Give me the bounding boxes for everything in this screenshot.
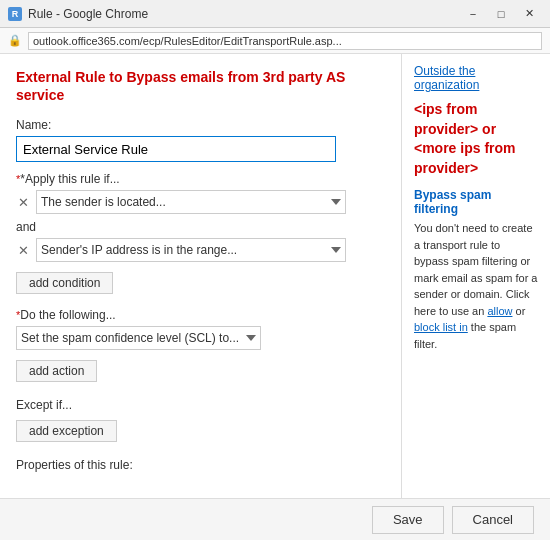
browser-icon: R bbox=[8, 7, 22, 21]
close-button[interactable]: ✕ bbox=[516, 4, 542, 24]
minimize-button[interactable]: − bbox=[460, 4, 486, 24]
remove-condition-2-button[interactable]: ✕ bbox=[16, 243, 30, 257]
properties-label: Properties of this rule: bbox=[16, 458, 385, 472]
action-dropdown[interactable]: Set the spam confidence level (SCL) to..… bbox=[16, 326, 261, 350]
outside-org-link[interactable]: Outside the organization bbox=[414, 64, 538, 92]
lock-icon: 🔒 bbox=[8, 34, 22, 47]
bypass-text-before: You don't need to create a transport rul… bbox=[414, 222, 537, 317]
side-panel: Outside the organization <ips from provi… bbox=[402, 54, 550, 540]
allow-link[interactable]: allow bbox=[487, 305, 512, 317]
url-input[interactable] bbox=[28, 32, 542, 50]
bypass-text: You don't need to create a transport rul… bbox=[414, 220, 538, 352]
ips-text: <ips from provider> or <more ips from pr… bbox=[414, 100, 538, 178]
or-text: or bbox=[512, 305, 525, 317]
maximize-button[interactable]: □ bbox=[488, 4, 514, 24]
form-panel: External Rule to Bypass emails from 3rd … bbox=[0, 54, 402, 540]
title-bar: R Rule - Google Chrome − □ ✕ bbox=[0, 0, 550, 28]
address-bar: 🔒 bbox=[0, 28, 550, 54]
condition-row-1: ✕ The sender is located... bbox=[16, 190, 385, 214]
condition-row-2: ✕ Sender's IP address is in the range... bbox=[16, 238, 385, 262]
cancel-button[interactable]: Cancel bbox=[452, 506, 534, 534]
and-label: and bbox=[16, 220, 385, 234]
block-list-link[interactable]: block list in bbox=[414, 321, 468, 333]
condition-2-dropdown[interactable]: Sender's IP address is in the range... bbox=[36, 238, 346, 262]
condition-1-dropdown[interactable]: The sender is located... bbox=[36, 190, 346, 214]
window-controls: − □ ✕ bbox=[460, 4, 542, 24]
remove-condition-1-button[interactable]: ✕ bbox=[16, 195, 30, 209]
apply-if-label: *Apply this rule if... bbox=[20, 172, 119, 186]
bypass-title: Bypass spam filtering bbox=[414, 188, 538, 216]
name-label: Name: bbox=[16, 118, 385, 132]
page-title: External Rule to Bypass emails from 3rd … bbox=[16, 68, 385, 104]
name-input[interactable] bbox=[16, 136, 336, 162]
except-if-label: Except if... bbox=[16, 398, 385, 412]
bottom-bar: Save Cancel bbox=[0, 498, 550, 540]
do-following-label: Do the following... bbox=[20, 308, 115, 322]
save-button[interactable]: Save bbox=[372, 506, 444, 534]
window-title: Rule - Google Chrome bbox=[28, 7, 460, 21]
add-exception-button[interactable]: add exception bbox=[16, 420, 117, 442]
add-condition-button[interactable]: add condition bbox=[16, 272, 113, 294]
main-container: External Rule to Bypass emails from 3rd … bbox=[0, 54, 550, 540]
add-action-button[interactable]: add action bbox=[16, 360, 97, 382]
